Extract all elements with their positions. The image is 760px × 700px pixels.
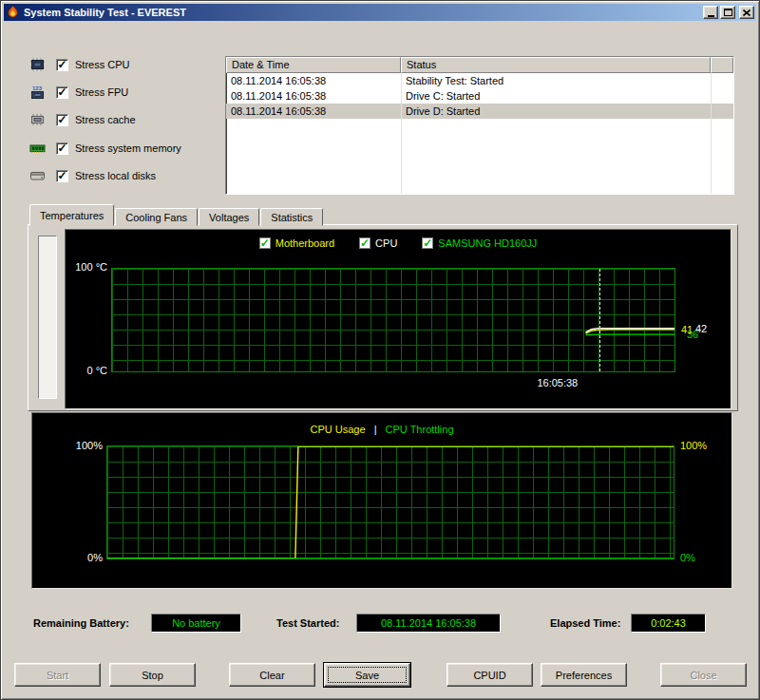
log-row-2[interactable]: 08.11.2014 16:05:38 Drive C: Started [226,88,733,104]
column-separator [401,73,402,194]
window-title: System Stability Test - EVEREST [24,7,699,18]
close-button[interactable] [739,6,754,19]
stress-cache-label: Stress cache [75,114,136,125]
check-icon: ✓ [260,238,270,248]
legend-cpu: ✓ CPU [359,237,397,249]
legend-cpu-checkbox[interactable]: ✓ [359,237,370,249]
app-flame-icon [6,5,20,21]
window-controls [703,6,754,19]
stress-option-memory: ✓ Stress system memory [29,141,181,156]
stop-button[interactable]: Stop [109,663,196,687]
stress-cpu-checkbox[interactable]: ✓ [56,59,68,71]
log-datetime: 08.11.2014 16:05:38 [226,75,401,86]
log-status: Drive D: Started [401,105,711,117]
minimize-button[interactable] [703,6,718,19]
cpuid-button[interactable]: CPUID [446,663,533,687]
log-datetime: 08.11.2014 16:05:38 [226,90,401,102]
stress-cpu-label: Stress CPU [75,59,129,70]
tab-label: Cooling Fans [125,212,187,223]
time-marker-label: 16:05:38 [537,377,578,388]
value-hdd: 36 [687,329,698,340]
remaining-battery-value: No battery [151,614,241,633]
column-header-filler [711,57,733,73]
vertical-scrollbar[interactable] [38,236,57,399]
log-status: Drive C: Started [401,90,711,102]
tab-statistics[interactable]: Statistics [260,208,323,226]
legend-label: SAMSUNG HD160JJ [438,237,537,249]
right-axis-max-label: 100% [680,440,728,451]
svg-text:123: 123 [32,85,43,91]
title-cpu-usage: CPU Usage [311,424,366,435]
cpu-usage-chart: CPU Usage | CPU Throttling 100% 0% 100% … [31,412,732,589]
close-window-button[interactable]: Close [660,663,747,687]
column-header-datetime[interactable]: Date & Time [226,57,401,73]
log-datetime: 08.11.2014 16:05:38 [226,105,401,117]
minimize-icon [708,15,714,17]
left-axis-max-label: 100% [32,440,103,451]
close-icon [743,9,750,16]
x-axis-labels: 16:05:38 [111,377,675,389]
tab-cooling-fans[interactable]: Cooling Fans [115,208,198,226]
legend-motherboard-checkbox[interactable]: ✓ [259,237,271,249]
stress-memory-checkbox[interactable]: ✓ [56,142,68,155]
temperature-chart: ✓ Motherboard ✓ CPU ✓ SAMSUNG HD160JJ 10… [65,229,732,409]
legend-label: CPU [375,237,397,249]
maximize-button[interactable] [720,6,735,19]
stress-fpu-label: Stress FPU [75,86,128,98]
right-axis-min-label: 0% [680,552,728,563]
left-axis-min-label: 0% [32,552,103,563]
stress-fpu-checkbox[interactable]: ✓ [56,86,68,99]
check-icon: ✓ [57,115,66,124]
stress-disks-label: Stress local disks [75,170,156,181]
log-header: Date & Time Status [226,57,733,73]
stress-option-cache: ✓ Stress cache [29,112,136,127]
legend-samsung-hdd: ✓ SAMSUNG HD160JJ [422,237,537,249]
hard-disk-icon [29,168,46,183]
legend-motherboard: ✓ Motherboard [259,237,334,249]
test-started-value: 08.11.2014 16:05:38 [356,614,501,633]
cpu-chip-icon [29,57,46,72]
check-icon: ✓ [57,171,66,180]
stress-option-fpu: 123 ✓ Stress FPU [29,85,128,100]
stress-option-cpu: ✓ Stress CPU [29,57,129,72]
titlebar[interactable]: System Stability Test - EVEREST [4,4,756,21]
tab-temperatures[interactable]: Temperatures [29,204,114,226]
event-log-table: Date & Time Status 08.11.2014 16:05:38 S… [225,56,734,195]
check-icon: ✓ [423,238,432,248]
log-status: Stability Test: Started [401,75,711,86]
stress-option-disks: ✓ Stress local disks [29,168,156,183]
clear-button[interactable]: Clear [229,663,315,687]
title-cpu-throttling: CPU Throttling [386,424,454,435]
save-button[interactable]: Save [324,663,410,687]
column-separator [711,73,712,194]
check-icon: ✓ [57,143,66,153]
remaining-battery-label: Remaining Battery: [33,614,129,633]
temperature-series-lines [112,269,674,371]
y-axis-min-label: 0 °C [66,365,107,376]
legend-hdd-checkbox[interactable]: ✓ [422,237,433,249]
temperature-plot [111,268,675,372]
preferences-button[interactable]: Preferences [541,663,627,687]
client-area: ✓ Stress CPU 123 ✓ Stress FPU [5,22,755,695]
cpu-usage-plot [106,445,674,559]
fpu-chip-icon: 123 [29,85,46,100]
series-value-labels: 41 42 36 [679,268,731,372]
window: System Stability Test - EVEREST [0,0,760,700]
tab-voltages[interactable]: Voltages [199,208,259,226]
check-icon: ✓ [57,87,66,97]
cpu-usage-chart-title: CPU Usage | CPU Throttling [32,424,732,435]
title-separator: | [374,424,377,435]
chart-legend: ✓ Motherboard ✓ CPU ✓ SAMSUNG HD160JJ [66,237,731,249]
stress-cache-checkbox[interactable]: ✓ [56,114,68,126]
maximize-icon [724,9,732,16]
start-button[interactable]: Start [14,663,101,687]
stress-memory-label: Stress system memory [75,142,181,154]
tabstrip: Temperatures Cooling Fans Voltages Stati… [29,204,324,226]
log-row-1[interactable]: 08.11.2014 16:05:38 Stability Test: Star… [226,73,733,88]
column-header-status[interactable]: Status [401,57,711,73]
cache-chip-icon [29,112,46,127]
log-row-3[interactable]: 08.11.2014 16:05:38 Drive D: Started [226,104,733,119]
tab-label: Statistics [271,212,313,223]
stress-disks-checkbox[interactable]: ✓ [56,170,68,182]
time-marker-line [599,269,600,371]
